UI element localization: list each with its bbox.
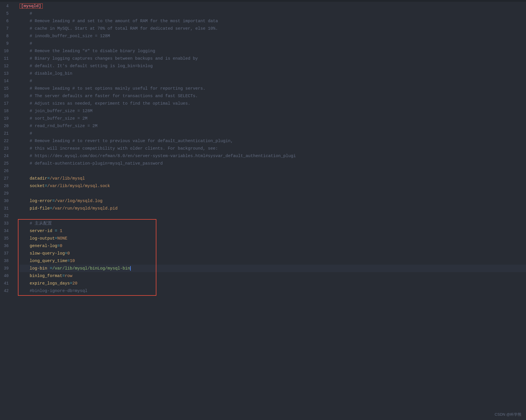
line-number: 33 [2, 220, 12, 227]
comment-text: # Remove leading # and set to the amount… [30, 19, 218, 23]
code-content[interactable]: [mysqld] # # Remove leading # and set to… [14, 2, 526, 420]
code-line[interactable]: general-log=0 [20, 242, 526, 250]
code-line[interactable]: server-id = 1 [20, 227, 526, 235]
code-line[interactable]: # Remove leading # to set options mainly… [20, 85, 526, 92]
code-line[interactable]: # Binary logging captures changes betwee… [20, 55, 526, 62]
comment-text: #binlog-ignore-db=mysql [30, 289, 87, 293]
code-line[interactable]: pid-file=/var/run/mysqld/mysqld.pid [20, 205, 526, 212]
code-line[interactable]: # 主从配置 [20, 220, 526, 227]
code-line[interactable]: # join_buffer_size = 128M [20, 107, 526, 115]
code-line[interactable]: socket=/var/lib/mysql/mysql.sock [20, 182, 526, 190]
line-number: 17 [2, 100, 12, 107]
line-number: 41 [2, 280, 12, 287]
code-line[interactable]: # cache in MySQL. Start at 70% of total … [20, 25, 526, 32]
comment-text: # [30, 131, 32, 136]
config-value: 0 [60, 244, 62, 248]
code-line[interactable]: #binlog-ignore-db=mysql [20, 287, 526, 295]
line-number: 20 [2, 122, 12, 130]
line-number: 29 [2, 190, 12, 197]
line-number: 11 [2, 55, 12, 62]
code-line[interactable]: # The server defaults are faster for tra… [20, 92, 526, 100]
comment-text: # https://dev.mysql.com/doc/refman/8.0/e… [30, 154, 296, 158]
code-area[interactable]: 4567891011121314151617181920212223242526… [0, 2, 526, 420]
line-number: 7 [2, 25, 12, 32]
comment-text: # innodb_buffer_pool_size = 128M [30, 34, 110, 38]
code-line[interactable]: # [20, 77, 526, 85]
line-number: 38 [2, 257, 12, 265]
line-number: 18 [2, 107, 12, 115]
code-line[interactable] [20, 212, 526, 220]
config-key: binlog_format [30, 274, 62, 278]
editor-window: 4567891011121314151617181920212223242526… [0, 0, 526, 420]
line-number: 31 [2, 205, 12, 212]
config-value: /var/lib/mysql/mysql.sock [47, 184, 110, 188]
line-number: 30 [2, 197, 12, 205]
line-number: 32 [2, 212, 12, 220]
line-number: 24 [2, 152, 12, 160]
config-value: 10 [70, 259, 75, 263]
code-line[interactable]: # [20, 40, 526, 47]
code-line[interactable]: long_query_time=10 [20, 257, 526, 265]
code-line[interactable]: slow-query-log=0 [20, 250, 526, 257]
code-line[interactable]: # disable_log_bin [20, 70, 526, 77]
comment-text: # join_buffer_size = 128M [30, 109, 93, 113]
line-number: 35 [2, 235, 12, 242]
line-number: 34 [2, 227, 12, 235]
comment-text: # Binary logging captures changes betwee… [30, 56, 198, 61]
config-key: log-output [30, 236, 55, 241]
watermark: CSDN @科学熊 [495, 412, 521, 417]
code-line[interactable]: # [20, 10, 526, 17]
code-line[interactable]: binlog_format=row [20, 272, 526, 280]
code-line[interactable]: # default-authentication-plugin=mysql_na… [20, 160, 526, 167]
line-number: 16 [2, 92, 12, 100]
code-line[interactable]: # read_rnd_buffer_size = 2M [20, 122, 526, 130]
code-line[interactable]: log-bin =/var/lib/mysql/binLog/mysql-bin [20, 265, 526, 272]
comment-text: # [30, 11, 32, 16]
config-value: /var/log/mysqld.log [55, 199, 102, 203]
code-line[interactable]: # Remove leading # and set to the amount… [20, 17, 526, 25]
line-number: 6 [2, 17, 12, 25]
code-line[interactable]: # sort_buffer_size = 2M [20, 115, 526, 122]
config-value: /var/lib/mysql/binLog/mysql-bin [52, 266, 131, 271]
line-number: 42 [2, 287, 12, 295]
line-number: 27 [2, 175, 12, 182]
comment-text: # sort_buffer_size = 2M [30, 116, 87, 121]
line-number: 19 [2, 115, 12, 122]
comment-text: # [30, 79, 32, 83]
line-number: 40 [2, 272, 12, 280]
code-line[interactable]: # default. It's default setting is log_b… [20, 62, 526, 70]
comment-text: # The server defaults are faster for tra… [30, 94, 198, 98]
config-key: log-bin [30, 266, 50, 271]
code-line[interactable]: # Remove the leading "#" to disable bina… [20, 47, 526, 55]
section-header: [mysqld] [20, 3, 43, 9]
config-key: socket [30, 184, 45, 188]
code-line[interactable]: log-error=/var/log/mysqld.log [20, 197, 526, 205]
code-line[interactable]: log-output=NONE [20, 235, 526, 242]
code-line[interactable]: # [20, 130, 526, 137]
code-line[interactable] [20, 167, 526, 175]
line-number: 26 [2, 167, 12, 175]
comment-text: # this will increase compatibility with … [30, 146, 218, 151]
code-line[interactable]: # Remove leading # to revert to previous… [20, 137, 526, 145]
code-line[interactable]: # https://dev.mysql.com/doc/refman/8.0/e… [20, 152, 526, 160]
line-number: 23 [2, 145, 12, 152]
code-line[interactable]: # innodb_buffer_pool_size = 128M [20, 32, 526, 40]
code-line[interactable] [20, 190, 526, 197]
code-line[interactable]: # Adjust sizes as needed, experiment to … [20, 100, 526, 107]
code-line[interactable]: [mysqld] [20, 2, 526, 10]
line-number: 9 [2, 40, 12, 47]
comment-text: # Adjust sizes as needed, experiment to … [30, 101, 190, 106]
code-line[interactable]: expire_logs_days=20 [20, 280, 526, 287]
comment-text: # Remove leading # to revert to previous… [30, 139, 233, 143]
config-key: expire_logs_days [30, 281, 70, 286]
config-key: server-id [30, 229, 55, 233]
comment-text: # default. It's default setting is log_b… [30, 64, 153, 68]
line-numbers: 4567891011121314151617181920212223242526… [0, 2, 14, 420]
line-number: 8 [2, 32, 12, 40]
code-line[interactable]: datadir=/var/lib/mysql [20, 175, 526, 182]
code-line[interactable]: # this will increase compatibility with … [20, 145, 526, 152]
line-number: 15 [2, 85, 12, 92]
comment-text: # cache in MySQL. Start at 70% of total … [30, 26, 218, 31]
comment-text: # 主从配置 [30, 221, 52, 226]
line-number: 22 [2, 137, 12, 145]
